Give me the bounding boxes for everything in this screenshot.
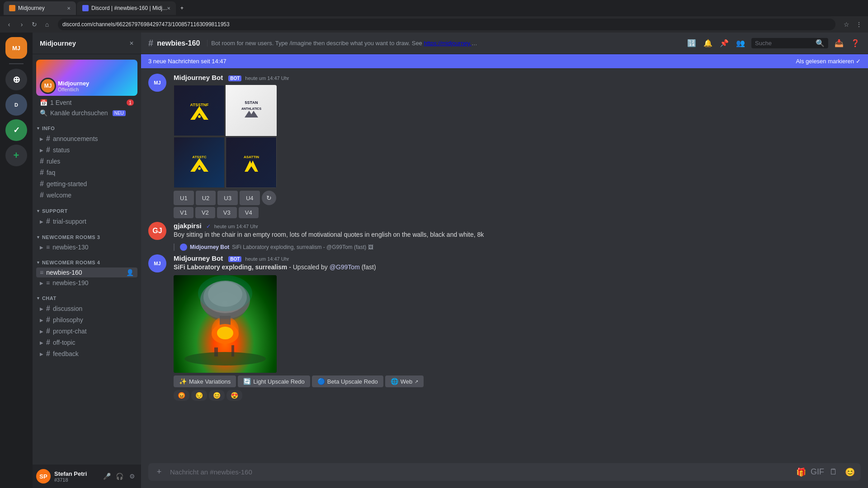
server-icon-mj[interactable]: MJ — [5, 37, 27, 59]
channel-sidebar: Midjourney ✕ MJ Midjourney Öffentlich 📅 … — [33, 33, 141, 488]
message-input[interactable] — [170, 463, 790, 481]
new-tab-btn[interactable]: + — [177, 1, 191, 15]
message-content-1: Midjourney Bot BOT heute um 14:47 Uhr AT… — [174, 74, 861, 218]
mark-read-icon: ✓ — [856, 58, 861, 65]
channel-trial-support[interactable]: ▶ # trial-support — [36, 216, 137, 227]
settings-btn[interactable]: ⋮ — [854, 19, 864, 30]
search-input[interactable] — [755, 40, 814, 47]
category-info[interactable]: ▼ INFO — [33, 118, 141, 133]
sticker-btn[interactable]: 🗒 — [826, 465, 841, 479]
close-tab-mj[interactable]: ✕ — [67, 6, 71, 11]
hash-icon-pc: # — [46, 327, 50, 335]
upscaled-by[interactable]: @G99Tom — [330, 263, 360, 271]
channel-newbies-160[interactable]: ≡ newbies-160 👤 — [36, 267, 137, 277]
server-icon-home[interactable]: ⊕ — [5, 69, 27, 90]
notification-icon[interactable]: 🔔 — [703, 38, 713, 49]
back-btn[interactable]: ‹ — [4, 19, 14, 30]
notification-text: 3 neue Nachrichten seit 14:47 — [148, 58, 226, 65]
channel-off-topic[interactable]: ▶ # off-topic — [36, 337, 137, 348]
expand-icon-ts: ▶ — [40, 219, 43, 224]
channel-prompt-chat[interactable]: ▶ # prompt-chat — [36, 326, 137, 337]
category-nr4[interactable]: ▼ NEWCOMER ROOMS 4 — [33, 253, 141, 267]
msg-username-mj2[interactable]: Midjourney Bot — [174, 254, 223, 262]
variation-v3[interactable]: V3 — [217, 207, 237, 218]
settings-btn[interactable]: ⚙ — [127, 471, 137, 482]
channels-search[interactable]: 🔍 Kanäle durchsuchen NEU — [36, 108, 137, 118]
deafen-btn[interactable]: 🎧 — [114, 471, 125, 482]
reaction-angry[interactable]: 😡 — [174, 390, 189, 401]
mark-read-btn[interactable]: Als gelesen markieren ✓ — [796, 58, 861, 65]
username: Stefan Petri — [54, 470, 98, 477]
close-tab-discord[interactable]: ✕ — [167, 6, 170, 11]
channel-philosophy[interactable]: ▶ # philosophy — [36, 314, 137, 325]
server-header[interactable]: Midjourney ✕ — [33, 33, 141, 54]
category-chat[interactable]: ▼ CHAT — [33, 288, 141, 303]
upscale-u3[interactable]: U3 — [217, 191, 238, 205]
mute-btn[interactable]: 🎤 — [101, 471, 112, 482]
explosion-image[interactable] — [174, 275, 277, 373]
channel-announcements[interactable]: ▶ # announcements — [36, 133, 137, 144]
variation-v4[interactable]: V4 — [239, 207, 259, 218]
channel-status[interactable]: ▶ # status — [36, 145, 137, 155]
channel-faq[interactable]: # faq — [36, 167, 137, 178]
channel-welcome[interactable]: # welcome — [36, 190, 137, 201]
home-btn[interactable]: ⌂ — [42, 19, 52, 30]
browser-tab-mj[interactable]: Midjourney ✕ — [4, 1, 76, 15]
threads-icon[interactable]: 🔢 — [686, 38, 697, 49]
beta-upscale-icon: 🔵 — [317, 378, 325, 385]
light-upscale-redo-btn[interactable]: 🔄 Light Upscale Redo — [238, 375, 310, 387]
variation-v2[interactable]: V2 — [195, 207, 215, 218]
channel-feedback[interactable]: ▶ # feedback — [36, 348, 137, 359]
address-bar[interactable]: discord.com/channels/662267976984297473/… — [58, 19, 835, 30]
channel-rules[interactable]: # rules — [36, 156, 137, 167]
upscale-u4[interactable]: U4 — [240, 191, 260, 205]
expand-icon-2: ▶ — [40, 148, 43, 153]
user-tag: #3718 — [54, 477, 98, 483]
channel-newbies-190[interactable]: ▶ ≡ newbies-190 — [36, 278, 137, 288]
forward-btn[interactable]: › — [16, 19, 27, 30]
grid-img-4[interactable]: ASATTIN — [226, 137, 277, 188]
pin-icon[interactable]: 📌 — [719, 38, 730, 49]
gift-btn[interactable]: 🎁 — [794, 465, 808, 479]
emoji-btn[interactable]: 😊 — [843, 465, 857, 479]
reaction-heart-eyes[interactable]: 😍 — [226, 390, 242, 401]
message-header-2: gjakpirsi ✓ heute um 14:47 Uhr — [174, 222, 861, 230]
upscale-u1[interactable]: U1 — [174, 191, 194, 205]
inbox-icon[interactable]: 📥 — [834, 38, 844, 49]
refresh-btn[interactable]: ↻ — [262, 191, 276, 205]
hash-icon-3: # — [40, 157, 44, 165]
channel-getting-started[interactable]: # getting-started — [36, 178, 137, 189]
grid-img-3[interactable]: ATSSTC — [174, 137, 225, 188]
channel-discussion[interactable]: ▶ # discussion — [36, 303, 137, 314]
msg-username-gj[interactable]: gjakpirsi — [174, 222, 202, 230]
channel-newbies-130[interactable]: ▶ ≡ newbies-130 — [36, 242, 137, 252]
search-bar[interactable]: 🔍 — [751, 38, 828, 48]
reaction-smile[interactable]: 😊 — [209, 390, 225, 401]
message-content-3: Midjourney Bot BOT heute um 14:47 Uhr Si… — [174, 254, 861, 401]
reload-btn[interactable]: ↻ — [29, 19, 40, 30]
browser-tab-discord[interactable]: Discord | #newbies-160 | Midj... ✕ — [77, 1, 176, 15]
bookmark-btn[interactable]: ☆ — [841, 19, 852, 30]
help-icon[interactable]: ❓ — [850, 38, 861, 49]
category-support[interactable]: ▼ SUPPORT — [33, 201, 141, 216]
reaction-sad[interactable]: 😔 — [191, 390, 207, 401]
server-icon-add[interactable]: + — [5, 145, 27, 166]
server-icon-2[interactable]: D — [5, 94, 27, 116]
msg-username-mj1[interactable]: Midjourney Bot — [174, 74, 223, 81]
event-item[interactable]: 📅 1 Event 1 — [36, 98, 137, 108]
server-icon-3[interactable]: ✓ — [5, 119, 27, 141]
grid-img-2[interactable]: 5STAN ANTHLATICS — [226, 85, 277, 136]
variation-v1[interactable]: V1 — [174, 207, 193, 218]
category-nr3[interactable]: ▼ NEWCOMER ROOMS 3 — [33, 227, 141, 242]
expand-icon-pc: ▶ — [40, 329, 43, 334]
upscale-u2[interactable]: U2 — [196, 191, 216, 205]
members-icon[interactable]: 👥 — [735, 38, 746, 49]
gif-btn[interactable]: GIF — [810, 465, 825, 479]
grid-img-1[interactable]: ATSSTNF — [174, 85, 225, 136]
web-btn[interactable]: 🌐 Web ↗ — [385, 375, 424, 387]
beta-upscale-redo-btn[interactable]: 🔵 Beta Upscale Redo — [312, 375, 383, 387]
docs-link[interactable]: https://midjourney.gitbook.io/docs/ — [424, 40, 478, 47]
event-icon: 📅 — [40, 99, 47, 106]
attach-btn[interactable]: + — [152, 465, 166, 479]
make-variations-btn[interactable]: ✨ Make Variations — [174, 375, 236, 387]
